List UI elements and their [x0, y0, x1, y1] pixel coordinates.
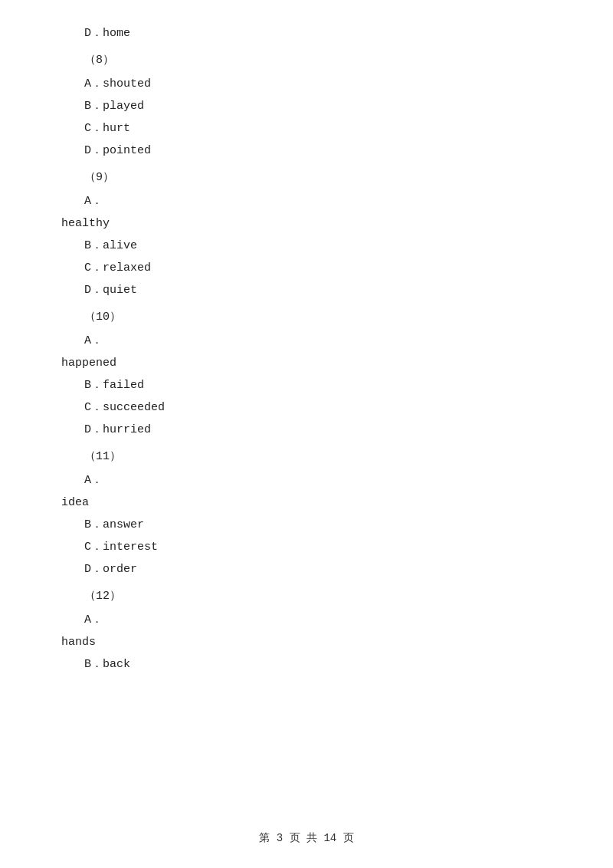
- list-item: D．pointed: [31, 140, 582, 161]
- question-11: （11）: [31, 446, 582, 467]
- list-item: C．interest: [31, 537, 582, 557]
- list-item: C．hurt: [31, 118, 582, 139]
- list-item: D．quiet: [31, 280, 582, 301]
- question-10: （10）: [31, 307, 582, 327]
- option-a-idea: idea: [31, 492, 582, 513]
- option-a-hands: hands: [31, 632, 582, 653]
- question-12: （12）: [31, 586, 582, 607]
- list-item: B．answer: [31, 515, 582, 535]
- list-item: C．succeeded: [31, 397, 582, 418]
- list-item: A．: [31, 191, 582, 212]
- list-item: B．played: [31, 96, 582, 117]
- option-a-healthy: healthy: [31, 213, 582, 234]
- list-item: D．hurried: [31, 419, 582, 440]
- question-8: （8）: [31, 50, 582, 71]
- page-footer: 第 3 页 共 14 页: [0, 831, 613, 845]
- list-item: B．alive: [31, 235, 582, 256]
- list-item: A．shouted: [31, 74, 582, 94]
- option-a-happened: happened: [31, 353, 582, 373]
- list-item: B．failed: [31, 375, 582, 396]
- list-item: C．relaxed: [31, 258, 582, 278]
- list-item: A．: [31, 330, 582, 351]
- question-9: （9）: [31, 167, 582, 188]
- list-item: D．order: [31, 559, 582, 580]
- list-item: A．: [31, 610, 582, 630]
- list-item: B．back: [31, 654, 582, 675]
- list-item: A．: [31, 470, 582, 491]
- list-item: D．home: [31, 23, 582, 44]
- page-content: D．home （8） A．shouted B．played C．hurt D．p…: [0, 0, 613, 722]
- option-d-home: D．home: [84, 27, 130, 40]
